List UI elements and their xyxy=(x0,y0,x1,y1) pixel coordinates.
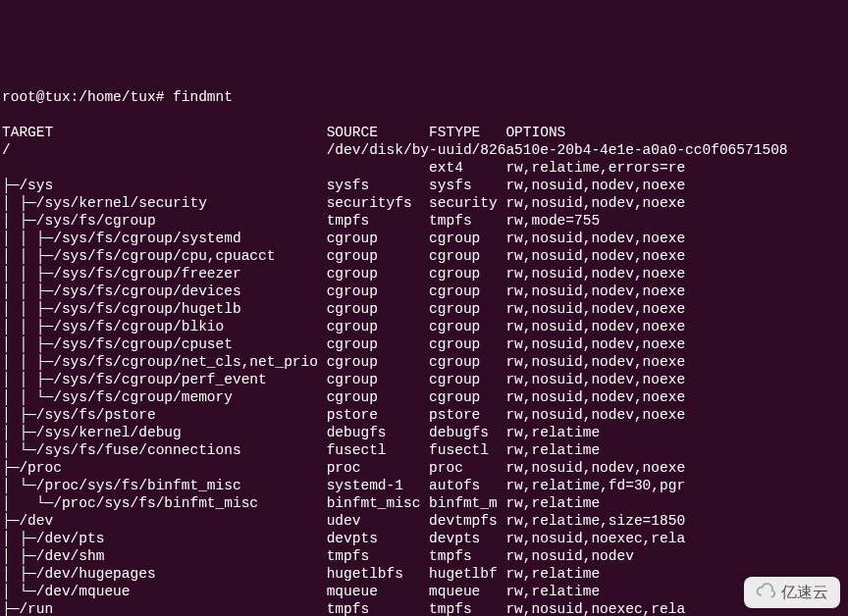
output-line: ├─/sys sysfs sysfs rw,nosuid,nodev,noexe xyxy=(2,177,846,194)
output-line: │ │ ├─/sys/fs/cgroup/cpu,cpuacct cgroup … xyxy=(2,247,846,265)
prompt-line-top: root@tux:/home/tux# findmnt xyxy=(2,88,846,106)
output-line: │ └─/proc/sys/fs/binfmt_misc binfmt_misc… xyxy=(2,494,846,512)
output-line: │ │ ├─/sys/fs/cgroup/freezer cgroup cgro… xyxy=(2,265,846,282)
output-line: │ ├─/sys/kernel/security securityfs secu… xyxy=(2,194,846,212)
output-line: │ ├─/dev/shm tmpfs tmpfs rw,nosuid,nodev xyxy=(2,547,846,565)
output-line: │ ├─/sys/kernel/debug debugfs debugfs rw… xyxy=(2,424,846,441)
output-line: │ └─/dev/mqueue mqueue mqueue rw,relatim… xyxy=(2,583,846,600)
findmnt-output: TARGET SOURCE FSTYPE OPTIONS/ /dev/disk/… xyxy=(2,124,846,616)
cloud-icon xyxy=(756,581,775,604)
output-line: │ │ ├─/sys/fs/cgroup/devices cgroup cgro… xyxy=(2,282,846,300)
output-line: │ │ ├─/sys/fs/cgroup/hugetlb cgroup cgro… xyxy=(2,300,846,318)
output-line: │ └─/sys/fs/fuse/connections fusectl fus… xyxy=(2,441,846,459)
output-line: │ │ ├─/sys/fs/cgroup/perf_event cgroup c… xyxy=(2,371,846,388)
output-line: │ ├─/dev/pts devpts devpts rw,nosuid,noe… xyxy=(2,530,846,547)
output-line: │ │ ├─/sys/fs/cgroup/systemd cgroup cgro… xyxy=(2,230,846,247)
terminal[interactable]: root@tux:/home/tux# findmnt TARGET SOURC… xyxy=(0,71,848,616)
output-line: │ │ ├─/sys/fs/cgroup/blkio cgroup cgroup… xyxy=(2,318,846,335)
watermark-badge: 亿速云 xyxy=(744,577,840,608)
output-line: ext4 rw,relatime,errors=re xyxy=(2,159,846,177)
output-line: ├─/dev udev devtmpfs rw,relatime,size=18… xyxy=(2,512,846,530)
output-line: │ ├─/sys/fs/pstore pstore pstore rw,nosu… xyxy=(2,406,846,424)
output-line: / /dev/disk/by-uuid/826a510e-20b4-4e1e-a… xyxy=(2,141,846,159)
output-line: │ ├─/dev/hugepages hugetlbfs hugetlbf rw… xyxy=(2,565,846,583)
output-line: │ └─/proc/sys/fs/binfmt_misc systemd-1 a… xyxy=(2,477,846,494)
output-line: TARGET SOURCE FSTYPE OPTIONS xyxy=(2,124,846,141)
output-line: │ │ ├─/sys/fs/cgroup/net_cls,net_prio cg… xyxy=(2,353,846,371)
output-line: ├─/proc proc proc rw,nosuid,nodev,noexe xyxy=(2,459,846,477)
output-line: │ ├─/sys/fs/cgroup tmpfs tmpfs rw,mode=7… xyxy=(2,212,846,230)
output-line: │ │ ├─/sys/fs/cgroup/cpuset cgroup cgrou… xyxy=(2,335,846,353)
watermark-text: 亿速云 xyxy=(781,584,828,601)
output-line: ├─/run tmpfs tmpfs rw,nosuid,noexec,rela xyxy=(2,600,846,616)
output-line: │ │ └─/sys/fs/cgroup/memory cgroup cgrou… xyxy=(2,388,846,406)
